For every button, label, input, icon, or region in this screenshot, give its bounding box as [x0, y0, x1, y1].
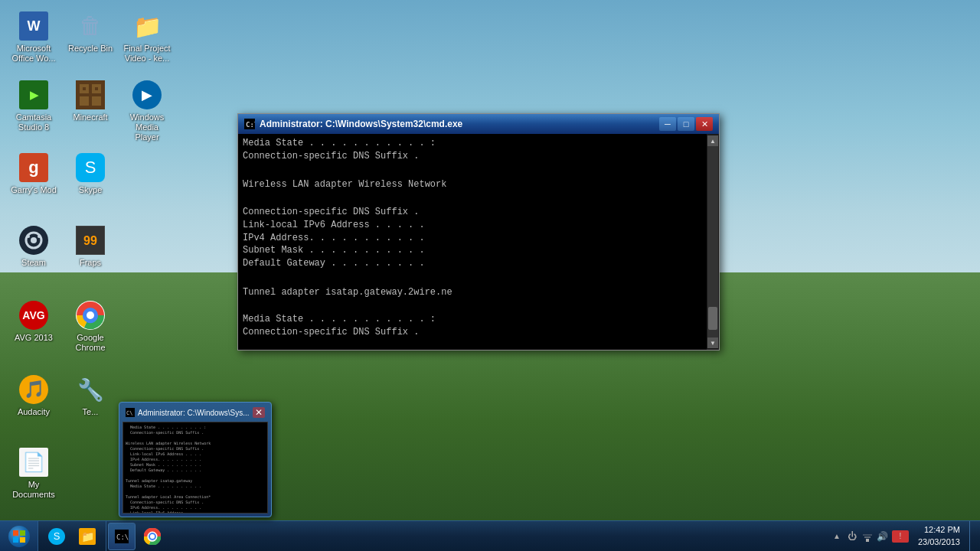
svg-point-10 [27, 235, 30, 238]
taskbar-skype-icon: S [48, 528, 65, 545]
svg-point-9 [31, 237, 37, 243]
wmp-icon: ▶ [132, 80, 162, 109]
svg-text:C:\: C:\ [116, 533, 129, 541]
skype-icon: S [76, 153, 105, 182]
system-tray: ▲ ⏻ 🔊 ! 12:42 PM 23/03/2013 [825, 521, 980, 551]
recycle-icon: 🗑 [79, 13, 102, 39]
cmd-window[interactable]: C:\ Administrator: C:\Windows\System32\c… [237, 113, 720, 350]
desktop-icon-chrome[interactable]: Google Chrome [63, 297, 118, 356]
clock[interactable]: 12:42 PM 23/03/2013 [912, 524, 966, 548]
svg-rect-25 [20, 537, 25, 543]
cmd-preview-popup[interactable]: C\ Administrator: C:\Windows\Sys... ✕ Me… [119, 402, 272, 517]
cmd-line: Connection-specific DNS Suffix . [243, 206, 702, 219]
cmd-titlebar[interactable]: C:\ Administrator: C:\Windows\System32\c… [238, 114, 719, 134]
desktop-icon-label: Camtasia Studio 8 [9, 112, 58, 132]
cmd-body: Media State . . . . . . . . . . . : Conn… [238, 134, 719, 350]
svg-rect-32 [864, 536, 871, 538]
desktop-icon-steam[interactable]: Steam [6, 222, 61, 271]
tools-icon: 🔧 [76, 375, 105, 404]
cmd-line: IPv4 Address. . . . . . . . . . . [243, 232, 702, 245]
cmd-line: Connection-specific DNS Suffix . [243, 326, 702, 339]
desktop-icon-final-project[interactable]: 📁 Final Project Video - ke... [119, 8, 175, 67]
cmd-line: Connection-specific DNS Suffix . [243, 150, 702, 163]
desktop-icon-label: Final Project Video - ke... [122, 44, 172, 64]
taskbar-chrome-icon [144, 528, 161, 545]
camtasia-icon: ▶ [19, 80, 48, 109]
taskbar-chrome-pinned[interactable] [138, 523, 167, 550]
desktop-icon-label: Recycle Bin [68, 44, 113, 54]
garrysmod-icon: g [19, 153, 48, 182]
scroll-track[interactable] [707, 146, 718, 337]
desktop-icon-fraps[interactable]: 99 Fraps [63, 222, 118, 271]
tray-power-icon: ⏻ [846, 530, 858, 543]
desktop-icon-tools[interactable]: 🔧 Te... [63, 371, 118, 420]
cmd-icon: C:\ [244, 119, 255, 129]
windows-logo [13, 530, 25, 543]
cmd-line: Link-local IPv6 Address . . . . . [243, 219, 702, 232]
cmd-maximize-button[interactable]: □ [678, 117, 694, 131]
svg-text:C\: C\ [126, 410, 132, 416]
tray-network-icon[interactable] [861, 530, 874, 543]
desktop-icon-label: Audacity [18, 407, 50, 417]
svg-point-30 [150, 534, 155, 539]
taskbar-cmd-icon: C:\ [115, 530, 129, 543]
desktop: W Microsoft Office Wo... 🗑 Recycle Bin 📁… [0, 0, 980, 551]
show-desktop-button[interactable] [969, 521, 974, 551]
cmd-line: Subnet Mask . . . . . . . . . . . [243, 244, 702, 257]
svg-point-11 [38, 235, 41, 238]
cmd-content: Media State . . . . . . . . . . . : Conn… [238, 134, 707, 350]
folder-icon: 📁 [133, 13, 162, 40]
desktop-icon-label: Te... [83, 407, 99, 417]
steam-icon [19, 226, 48, 255]
taskbar-cmd-button[interactable]: C:\ [108, 523, 136, 550]
desktop-icon-avg[interactable]: AVG AVG 2013 [6, 297, 61, 346]
start-button[interactable] [0, 521, 38, 552]
desktop-icon-camtasia[interactable]: ▶ Camtasia Studio 8 [6, 77, 61, 135]
desktop-icon-garrysmod[interactable]: g Garry's Mod [6, 149, 61, 198]
desktop-icon-recycle-bin[interactable]: 🗑 Recycle Bin [63, 8, 118, 57]
desktop-icon-microsoft-office[interactable]: W Microsoft Office Wo... [6, 8, 61, 67]
svg-rect-4 [92, 96, 101, 106]
taskbar: S 📁 C:\ [0, 520, 980, 551]
taskbar-running-items: C:\ [106, 521, 168, 551]
desktop-icon-minecraft[interactable]: Minecraft [63, 77, 118, 126]
desktop-icon-label: Microsoft Office Wo... [9, 44, 58, 64]
taskbar-explorer-icon: 📁 [79, 528, 96, 545]
desktop-icon-skype[interactable]: S Skype [63, 149, 118, 198]
cmd-controls: ─ □ ✕ [659, 117, 713, 131]
cmd-title-area: C:\ Administrator: C:\Windows\System32\c… [244, 119, 462, 129]
chrome-icon [76, 301, 105, 330]
cmd-minimize-button[interactable]: ─ [659, 117, 676, 131]
svg-rect-31 [866, 539, 869, 542]
tray-volume-icon[interactable]: 🔊 [877, 530, 889, 543]
taskbar-explorer-pinned[interactable]: 📁 [73, 523, 102, 550]
scroll-down-arrow[interactable]: ▼ [707, 337, 718, 348]
desktop-icon-audacity[interactable]: 🎵 Audacity [6, 371, 61, 420]
cmd-line: Media State . . . . . . . . . . . : [243, 313, 702, 326]
desktop-icon-wmp[interactable]: ▶ Windows Media Player [119, 77, 175, 146]
preview-titlebar: C\ Administrator: C:\Windows\Sys... ✕ [122, 406, 268, 419]
desktop-icon-my-documents[interactable]: 📄 My Documents [6, 444, 61, 503]
desktop-icon-label: Google Chrome [66, 333, 115, 353]
avg-icon: AVG [19, 301, 48, 330]
taskbar-skype-pinned[interactable]: S [42, 523, 71, 550]
cmd-close-button[interactable]: ✕ [696, 117, 713, 131]
svg-rect-22 [13, 530, 18, 536]
svg-rect-33 [863, 534, 872, 536]
preview-cmd-icon: C\ [126, 408, 135, 417]
svg-rect-6 [95, 87, 98, 90]
cmd-title-text: Administrator: C:\Windows\System32\cmd.e… [260, 119, 462, 129]
scroll-thumb[interactable] [708, 307, 717, 330]
tray-expand-button[interactable]: ▲ [831, 530, 843, 543]
scroll-up-arrow[interactable]: ▲ [707, 135, 718, 146]
cmd-scrollbar[interactable]: ▲ ▼ [707, 134, 719, 350]
desktop-icon-label: My Documents [9, 480, 58, 500]
tray-action-center[interactable]: ! [892, 530, 909, 543]
minecraft-icon [76, 80, 105, 109]
desktop-icon-label: Skype [79, 185, 103, 195]
fraps-icon: 99 [76, 226, 105, 255]
word-icon: W [19, 11, 48, 41]
audacity-icon: 🎵 [19, 375, 48, 404]
svg-rect-5 [83, 87, 86, 90]
preview-close-button[interactable]: ✕ [253, 407, 265, 418]
